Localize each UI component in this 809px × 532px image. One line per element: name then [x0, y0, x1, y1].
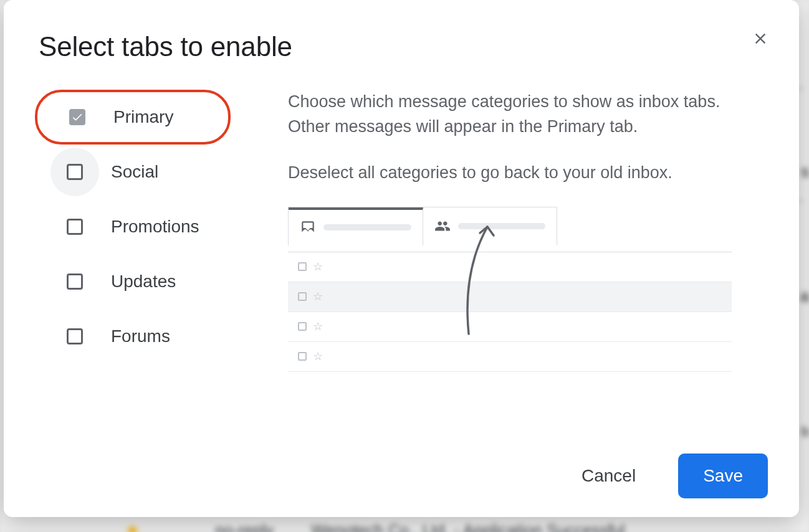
category-options: Primary Social Promotions: [39, 81, 269, 441]
star-outline-icon: ☆: [313, 259, 323, 275]
inbox-icon: [300, 219, 316, 235]
option-primary: Primary: [35, 90, 231, 145]
checkbox-social[interactable]: [67, 164, 83, 180]
star-outline-icon: ☆: [313, 318, 323, 335]
preview-tab-social: [423, 207, 557, 245]
checkbox-forums[interactable]: [67, 328, 83, 344]
option-social-label: Social: [111, 162, 158, 182]
dialog-title: Select tabs to enable: [39, 31, 292, 62]
cancel-button[interactable]: Cancel: [557, 454, 661, 498]
option-promotions-label: Promotions: [111, 217, 199, 237]
check-icon: [71, 111, 84, 123]
preview-row: ☆: [288, 312, 732, 342]
star-outline-icon: ☆: [313, 288, 323, 305]
preview-row: ☆: [288, 342, 732, 372]
dialog-footer: Cancel Save: [39, 441, 774, 498]
preview-row: ☆: [288, 282, 732, 312]
inbox-preview: ☆ ☆ ☆ ☆: [288, 207, 732, 372]
preview-row: ☆: [288, 252, 732, 282]
close-icon: [752, 30, 769, 47]
option-promotions[interactable]: Promotions: [39, 199, 269, 254]
save-button[interactable]: Save: [678, 454, 768, 498]
close-button[interactable]: [747, 25, 774, 52]
option-forums[interactable]: Forums: [39, 309, 269, 364]
checkbox-promotions[interactable]: [67, 219, 83, 235]
star-icon: ★: [125, 520, 140, 533]
checkbox-updates[interactable]: [67, 273, 83, 290]
description-column: Choose which message categories to show …: [288, 81, 774, 441]
option-updates-label: Updates: [111, 272, 176, 292]
option-forums-label: Forums: [111, 326, 170, 346]
description-line-1: Choose which message categories to show …: [288, 90, 724, 140]
option-primary-label: Primary: [113, 107, 173, 127]
star-outline-icon: ☆: [313, 348, 323, 365]
people-icon: [434, 218, 451, 234]
configure-inbox-dialog: Select tabs to enable Primary: [4, 0, 799, 517]
option-social[interactable]: Social: [39, 145, 269, 199]
preview-tab-primary: [289, 207, 423, 245]
checkbox-primary: [69, 109, 85, 125]
description-line-2: Deselect all categories to go back to yo…: [288, 161, 724, 186]
option-updates[interactable]: Updates: [39, 254, 269, 309]
